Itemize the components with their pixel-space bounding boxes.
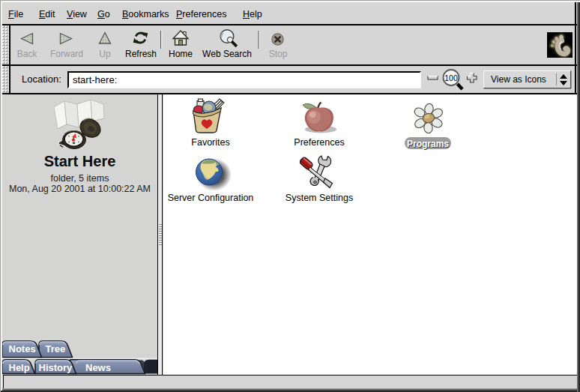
svg-text:News: News xyxy=(85,362,111,373)
svg-text:Notes: Notes xyxy=(9,343,36,355)
svg-text:Tree: Tree xyxy=(46,343,66,355)
svg-text:History: History xyxy=(39,362,73,373)
svg-text:Help: Help xyxy=(9,362,30,373)
svg-text:100: 100 xyxy=(444,73,458,82)
